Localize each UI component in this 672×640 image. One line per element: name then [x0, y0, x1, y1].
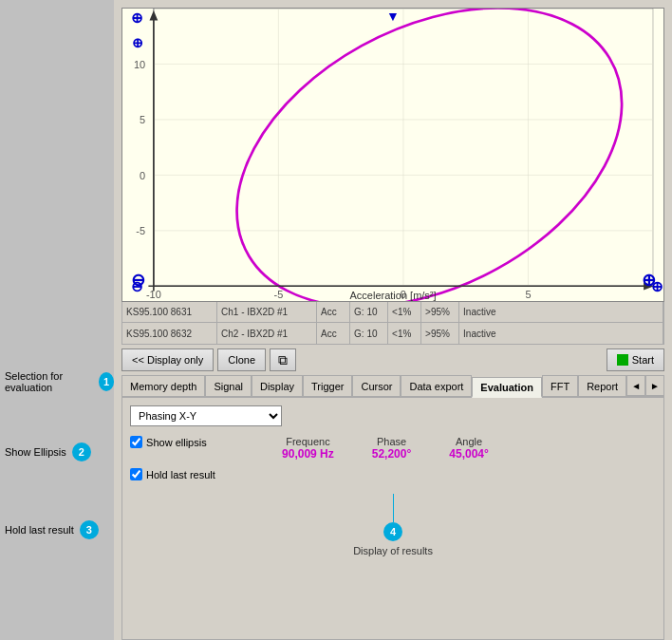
ch2-device: KS95.100 8632 — [122, 323, 217, 344]
angle-metric: Angle 45,004° — [449, 436, 489, 461]
ch1-gain: G: 10 — [350, 302, 388, 322]
tab-trigger[interactable]: Trigger — [303, 375, 352, 396]
annotation-4-badge: 4 — [383, 522, 402, 541]
annotation-3: Hold last result 3 — [5, 520, 114, 539]
svg-text:5: 5 — [525, 289, 531, 300]
annotation-1-badge: 1 — [99, 372, 114, 391]
ch2-type: Acc — [317, 323, 350, 344]
display-only-button[interactable]: << Display only — [121, 348, 214, 371]
annotation-1: Selection for evaluation 1 — [5, 370, 114, 393]
ch2-name: Ch2 - IBX2D #1 — [217, 323, 317, 344]
toolbar-row: << Display only Clone ⧉ Start — [121, 348, 664, 371]
ch2-pct2: >95% — [421, 323, 459, 344]
trigger-arrow: ▼ — [386, 9, 400, 24]
channel-rows: KS95.100 8631 Ch1 - IBX2D #1 Acc G: 10 <… — [121, 302, 664, 345]
evaluation-panel: Phasing X-Y Show ellipsis Frequenc 90,00… — [121, 398, 664, 640]
tab-display[interactable]: Display — [252, 375, 303, 396]
angle-value: 45,004° — [449, 447, 489, 461]
ch1-pct1: <1% — [388, 302, 421, 322]
ch2-status: Inactive — [459, 323, 663, 344]
tab-scroll-left[interactable]: ◄ — [626, 375, 645, 396]
svg-text:-5: -5 — [274, 289, 284, 300]
freq-label: Frequenc — [286, 436, 329, 447]
tab-data-export[interactable]: Data export — [401, 375, 472, 396]
channel-row-1: KS95.100 8631 Ch1 - IBX2D #1 Acc G: 10 <… — [122, 302, 663, 323]
show-ellipsis-row: Show ellipsis Frequenc 90,009 Hz Phase 5… — [130, 436, 656, 461]
ch1-device: KS95.100 8631 — [122, 302, 217, 322]
ch1-status: Inactive — [459, 302, 663, 322]
start-label: Start — [632, 354, 654, 366]
annotation-1-label: Selection for evaluation — [5, 370, 93, 393]
hold-result-checkbox[interactable] — [130, 468, 142, 480]
svg-text:0: 0 — [140, 170, 145, 181]
tab-report[interactable]: Report — [578, 375, 626, 396]
ch1-type: Acc — [317, 302, 350, 322]
left-annotation-panel: Selection for evaluation 1 Show Ellipsis… — [0, 0, 114, 640]
connector-line-4 — [393, 494, 394, 522]
show-ellipsis-checkbox-label: Show ellipsis — [130, 436, 272, 448]
svg-text:10: 10 — [134, 59, 145, 70]
ch2-pct1: <1% — [388, 323, 421, 344]
phasing-dropdown[interactable]: Phasing X-Y — [130, 405, 282, 426]
tab-signal[interactable]: Signal — [205, 375, 252, 396]
x-axis-label: Acceleration [m/s²] — [349, 290, 436, 301]
tab-evaluation[interactable]: Evaluation — [472, 377, 542, 398]
selection-row: Phasing X-Y — [130, 405, 656, 426]
tabs-row: Memory depth Signal Display Trigger Curs… — [121, 375, 664, 398]
tab-scroll-right[interactable]: ► — [645, 375, 664, 396]
start-green-indicator — [617, 354, 628, 366]
freq-value: 90,009 Hz — [282, 447, 334, 461]
copy-button[interactable]: ⧉ — [270, 348, 296, 371]
ch1-pct2: >95% — [421, 302, 459, 322]
phase-label: Phase — [377, 436, 406, 447]
svg-text:⊕: ⊕ — [131, 9, 143, 26]
svg-rect-0 — [122, 9, 663, 301]
svg-text:-5: -5 — [136, 225, 145, 236]
show-ellipsis-label: Show ellipsis — [146, 437, 207, 448]
metrics-row: Frequenc 90,009 Hz Phase 52,200° Angle 4… — [282, 436, 489, 461]
show-ellipsis-checkbox[interactable] — [130, 436, 142, 448]
ch2-gain: G: 10 — [350, 323, 388, 344]
freq-metric: Frequenc 90,009 Hz — [282, 436, 334, 461]
angle-label: Angle — [456, 436, 482, 447]
hold-result-row: Hold last result — [130, 468, 656, 480]
zoom-plus-tl[interactable]: ⊕ — [130, 35, 145, 50]
annotation-3-label: Hold last result — [5, 524, 74, 536]
chart-area: ▼ ⊕ ⊖ ⊕ — [121, 8, 664, 302]
right-panel: ▼ ⊕ ⊖ ⊕ — [114, 0, 672, 640]
hold-result-label: Hold last result — [146, 469, 215, 480]
ch1-name: Ch1 - IBX2D #1 — [217, 302, 317, 322]
tab-cursor[interactable]: Cursor — [352, 375, 401, 396]
phase-metric: Phase 52,200° — [372, 436, 412, 461]
annotation-2-badge: 2 — [72, 442, 91, 461]
annotation-4-label: Display of results — [353, 545, 433, 556]
zoom-minus-left[interactable]: ⊖ — [130, 273, 145, 288]
annotation-3-badge: 3 — [80, 520, 99, 539]
copy-icon: ⧉ — [278, 352, 288, 368]
zoom-minus-right[interactable]: ⊕ — [641, 273, 656, 288]
chart-svg: 10 5 0 -5 -5 0 5 -10 ⊖ ⊕ — [122, 9, 663, 301]
svg-text:5: 5 — [140, 114, 145, 125]
tab-memory-depth[interactable]: Memory depth — [121, 375, 205, 396]
balloon-connector-4: 4 Display of results — [353, 494, 433, 556]
annotation-2: Show Ellipsis 2 — [5, 442, 114, 461]
annotation-2-label: Show Ellipsis — [5, 446, 66, 458]
tab-fft[interactable]: FFT — [542, 375, 578, 396]
hold-result-checkbox-label: Hold last result — [130, 468, 272, 480]
channel-row-2: KS95.100 8632 Ch2 - IBX2D #1 Acc G: 10 <… — [122, 323, 663, 344]
connector-area: 4 Display of results — [130, 490, 656, 556]
phase-value: 52,200° — [372, 447, 412, 461]
start-button[interactable]: Start — [607, 348, 664, 371]
clone-button[interactable]: Clone — [217, 348, 266, 371]
